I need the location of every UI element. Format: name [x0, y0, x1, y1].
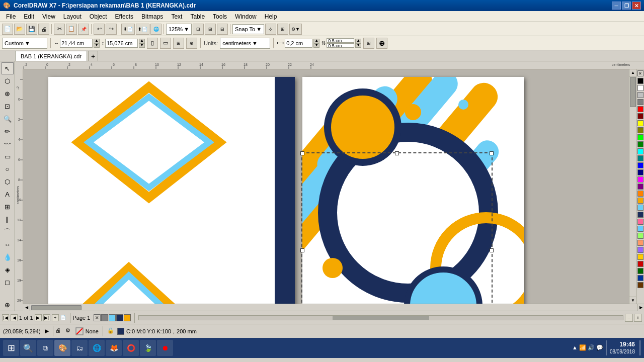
tool-text[interactable]: A	[2, 188, 14, 200]
swatch-darknavy[interactable]	[637, 212, 643, 218]
taskbar-rec[interactable]: ⏺	[157, 340, 173, 356]
nudge-y-spinner[interactable]: ▲ ▼	[355, 39, 361, 48]
swatch-gold[interactable]	[637, 198, 643, 204]
swatch-maroon[interactable]	[637, 113, 643, 119]
search-button[interactable]: 🔍	[20, 340, 36, 356]
width-down[interactable]: ▼	[94, 43, 100, 48]
taskview-button[interactable]: ⧉	[37, 340, 53, 356]
paste-button[interactable]: 📌	[78, 24, 89, 35]
fill-swatch-cyan[interactable]	[109, 314, 116, 321]
scroll-down-btn[interactable]: ▼	[629, 297, 636, 304]
height-input[interactable]	[105, 39, 138, 48]
swatch-purple[interactable]	[637, 184, 643, 190]
swatch-gray[interactable]	[637, 99, 643, 105]
zoom-plus-btn[interactable]: ⊕	[376, 38, 387, 49]
menu-item-bitmaps[interactable]: Bitmaps	[137, 12, 167, 21]
swatch-black[interactable]	[637, 78, 643, 84]
status-icon3[interactable]	[75, 327, 84, 335]
page-options-btn[interactable]: 📄	[60, 314, 67, 321]
no-fill-swatch[interactable]: ✕	[94, 314, 101, 321]
status-icon1[interactable]: 🖨	[55, 327, 63, 335]
menu-item-effects[interactable]: Effects	[111, 12, 137, 21]
menu-item-table[interactable]: Table	[186, 12, 209, 21]
taskbar-opera[interactable]: ⭕	[123, 340, 139, 356]
zoom-dropdown[interactable]: 125% ▼	[166, 24, 192, 35]
tool-connector[interactable]: ⌒	[2, 226, 14, 238]
doctab-active[interactable]: BAB 1 (KERANGKA).cdr	[15, 51, 87, 61]
no-color-swatch[interactable]: ✕	[637, 70, 643, 76]
snap-btn1[interactable]: ⊹	[265, 24, 276, 35]
nudge-x-spinner[interactable]: ▲ ▼	[313, 39, 319, 48]
menu-item-layout[interactable]: Layout	[59, 12, 86, 21]
portrait-btn[interactable]: ▯	[147, 38, 158, 49]
swatch-olive[interactable]	[637, 127, 643, 133]
fill-swatch-gold[interactable]	[124, 314, 131, 321]
page-add-btn[interactable]: +	[52, 314, 59, 321]
tool-dropper[interactable]: 💧	[2, 251, 14, 263]
swatch-peach[interactable]	[637, 240, 643, 246]
swatch-orange[interactable]	[637, 191, 643, 197]
zoom-fit-button[interactable]: ⊡	[193, 24, 204, 35]
lock-icon[interactable]: 🔒	[107, 327, 115, 335]
copy-button[interactable]: 📋	[66, 24, 77, 35]
scroll-up-btn[interactable]: ▲	[629, 69, 636, 76]
menu-item-file[interactable]: File	[2, 12, 20, 21]
swatch-aqua[interactable]	[637, 148, 643, 154]
swatch-ltgreen[interactable]	[637, 233, 643, 239]
start-button[interactable]: ⊞	[3, 340, 19, 356]
nudge-x-down[interactable]: ▼	[313, 43, 319, 48]
height-down[interactable]: ▼	[139, 43, 145, 48]
bottom-scroll-track[interactable]	[138, 315, 623, 320]
transform-btn[interactable]: ⊞	[363, 38, 374, 49]
tray-volume[interactable]: 🔊	[588, 344, 595, 351]
menu-item-text[interactable]: Text	[167, 12, 186, 21]
tool-ellipse[interactable]: ○	[2, 163, 14, 175]
swatch-ltblue[interactable]	[637, 226, 643, 232]
scroll-right-btn[interactable]: ▶	[637, 304, 644, 311]
width-input[interactable]	[60, 39, 93, 48]
tool-selector[interactable]: ↖	[2, 62, 14, 74]
menu-item-object[interactable]: Object	[86, 12, 111, 21]
tool-freehand[interactable]: ✏	[2, 125, 14, 137]
titlebar-controls[interactable]: ─ ❐ ✕	[612, 2, 641, 10]
open-button[interactable]: 📂	[14, 24, 25, 35]
tray-icon1[interactable]: ▲	[572, 344, 578, 351]
tool-fill[interactable]: ◈	[2, 263, 14, 276]
preset-dropdown[interactable]: Custom ▼	[2, 38, 47, 49]
swatch-lime[interactable]	[637, 134, 643, 140]
tool-parallel[interactable]: ∥	[2, 213, 14, 225]
page-first-btn[interactable]: |◀	[2, 314, 9, 321]
zoom-out-btn[interactable]: −	[625, 314, 633, 322]
swatch-yellow[interactable]	[637, 120, 643, 126]
swatch-fuchsia[interactable]	[637, 176, 643, 183]
undo-button[interactable]: ↩	[94, 24, 105, 35]
page-last-btn[interactable]: ▶|	[43, 314, 50, 321]
scroll-thumb-v[interactable]	[630, 77, 636, 107]
width-spinner[interactable]: ▲ ▼	[94, 39, 100, 48]
swatch-red[interactable]	[637, 106, 643, 112]
tool-polygon[interactable]: ⬡	[2, 175, 14, 188]
tool-smear[interactable]: ⊛	[2, 87, 14, 100]
tool-rect[interactable]: ▭	[2, 150, 14, 162]
tool-shape[interactable]: ⬡	[2, 75, 14, 87]
swatch-teal[interactable]	[637, 155, 643, 161]
nudge-y-down[interactable]: ▼	[355, 43, 361, 48]
export-button[interactable]: ⬆📄	[136, 24, 149, 35]
swatch-brown[interactable]	[637, 282, 643, 288]
macro-btn[interactable]: ▶	[43, 327, 51, 335]
swatch-blue[interactable]	[637, 162, 643, 168]
swatch-cyan[interactable]	[637, 205, 643, 211]
page-next-btn[interactable]: ▶	[35, 314, 42, 321]
swatch-white[interactable]	[637, 85, 643, 91]
show-desktop-btn[interactable]	[639, 340, 641, 355]
units-dropdown[interactable]: centimeters ▼	[220, 38, 270, 49]
tool-extra1[interactable]: ⊕	[2, 299, 14, 311]
page-prev-btn[interactable]: ◀	[11, 314, 18, 321]
scroll-thumb-h[interactable]	[31, 305, 82, 310]
nudge-y-input1[interactable]	[327, 38, 354, 43]
time-display[interactable]: 19:46 08/09/2018	[610, 340, 635, 356]
scrollbar-v[interactable]: ▲ ▼	[629, 69, 636, 304]
menu-item-edit[interactable]: Edit	[20, 12, 38, 21]
minimize-button[interactable]: ─	[612, 2, 621, 10]
page-settings-btn[interactable]: ⊞	[173, 38, 184, 49]
